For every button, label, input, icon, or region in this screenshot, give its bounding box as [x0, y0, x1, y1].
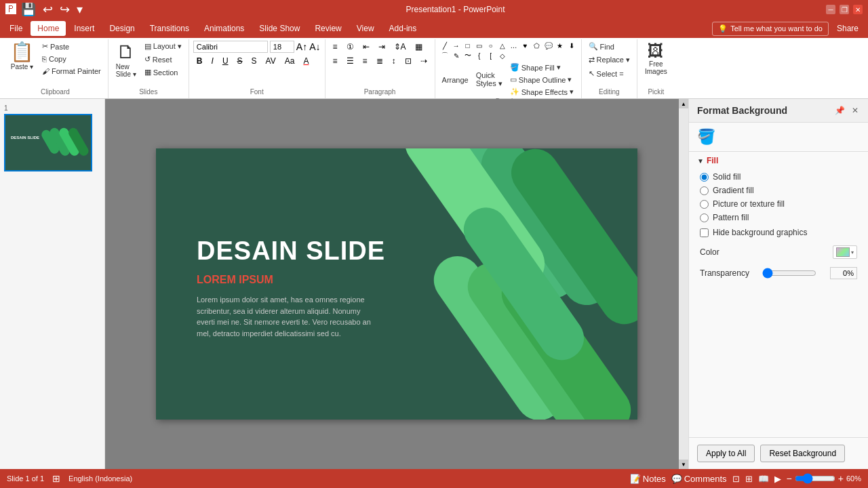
menu-file[interactable]: File	[3, 21, 29, 36]
shape-bracket[interactable]: [	[486, 51, 496, 60]
replace-button[interactable]: ⇄ Replace ▾	[586, 54, 633, 66]
shape-freeform[interactable]: ✎	[451, 51, 462, 60]
menu-design[interactable]: Design	[102, 21, 141, 36]
arrange-btn[interactable]: Arrange	[439, 75, 471, 85]
save-btn[interactable]: 💾	[19, 1, 38, 18]
canvas-area[interactable]: DESAIN SLIDE LOREM IPSUM Lorem ipsum dol…	[105, 99, 688, 469]
menu-review[interactable]: Review	[308, 21, 348, 36]
menu-animations[interactable]: Animations	[197, 21, 251, 36]
panel-pin-btn[interactable]: 📌	[833, 104, 846, 117]
paste-button[interactable]: 📋 Paste ▾	[7, 41, 37, 73]
shape-star[interactable]: ★	[555, 41, 566, 50]
reading-view-btn[interactable]: 📖	[758, 474, 769, 484]
zoom-in-btn[interactable]: +	[838, 473, 844, 484]
notes-btn[interactable]: 📝 Notes	[630, 474, 666, 484]
find-button[interactable]: 🔍 Find	[586, 41, 617, 52]
menu-addins[interactable]: Add-ins	[382, 21, 424, 36]
free-images-button[interactable]: 🖼 FreeImages	[642, 41, 671, 77]
copy-button[interactable]: ⎘ Copy	[39, 54, 104, 64]
hide-background-option[interactable]: Hide background graphics	[689, 225, 868, 240]
increase-indent-btn[interactable]: ⇥	[375, 41, 389, 53]
slide-sorter-btn[interactable]: ⊞	[745, 474, 753, 484]
accessibility-icon[interactable]: ⊞	[52, 473, 60, 484]
shape-heart[interactable]: ♥	[520, 41, 531, 50]
shape-expand[interactable]: ⬇	[566, 41, 577, 50]
reset-background-button[interactable]: Reset Background	[760, 445, 845, 462]
line-spacing-btn[interactable]: ↕	[389, 55, 399, 67]
menu-transitions[interactable]: Transitions	[143, 21, 196, 36]
shape-more[interactable]: …	[509, 41, 519, 50]
columns-btn[interactable]: ▦	[412, 41, 426, 53]
transparency-value[interactable]: 0%	[830, 267, 857, 279]
restore-btn[interactable]: ❐	[840, 5, 849, 14]
section-button[interactable]: ▦ Section	[142, 66, 184, 78]
font-size-input[interactable]: 18	[270, 41, 294, 53]
vertical-scrollbar[interactable]: ▲ ▼	[679, 99, 688, 469]
bullets-btn[interactable]: ≡	[330, 41, 341, 53]
shape-diamond[interactable]: ◇	[497, 51, 508, 60]
shape-pentagon[interactable]: ⬠	[532, 41, 542, 50]
redo-btn[interactable]: ↪	[58, 1, 72, 18]
align-left-btn[interactable]: ≡	[330, 55, 341, 67]
shape-line[interactable]: ╱	[439, 41, 450, 50]
decrease-font-btn[interactable]: A↓	[309, 41, 320, 52]
solid-fill-option[interactable]: Solid fill	[700, 172, 857, 182]
gradient-fill-option[interactable]: Gradient fill	[700, 186, 857, 195]
text-direction-btn[interactable]: ⇕A	[391, 41, 410, 53]
shape-brace[interactable]: {	[474, 51, 485, 60]
gradient-fill-radio[interactable]	[700, 186, 709, 195]
new-slide-button[interactable]: 🗋 NewSlide ▾	[113, 41, 140, 80]
underline-button[interactable]: U	[219, 55, 232, 67]
zoom-out-btn[interactable]: −	[787, 473, 792, 484]
shape-effects-btn[interactable]: ✨ Shape Effects ▾	[507, 86, 576, 98]
shape-outline-btn[interactable]: ▭ Shape Outline ▾	[507, 74, 576, 85]
slideshow-btn[interactable]: ▶	[774, 474, 781, 484]
quick-styles-btn[interactable]: QuickStyles ▾	[473, 70, 505, 89]
scroll-up-btn[interactable]: ▲	[679, 99, 688, 108]
fill-section-header[interactable]: ▼ Fill	[689, 152, 868, 169]
char-spacing-btn[interactable]: AV	[262, 55, 279, 67]
pattern-fill-option[interactable]: Pattern fill	[700, 213, 857, 222]
apply-to-all-button[interactable]: Apply to All	[697, 445, 755, 462]
font-color-btn[interactable]: A	[300, 55, 312, 67]
minimize-btn[interactable]: ─	[826, 5, 835, 14]
shape-callout[interactable]: 💬	[543, 41, 554, 50]
convert-smartart-btn[interactable]: ⇢	[417, 55, 431, 67]
shape-oval[interactable]: ○	[486, 41, 496, 50]
format-painter-button[interactable]: 🖌 Format Painter	[39, 66, 104, 77]
slide-thumbnail[interactable]: DESAIN SLIDE	[4, 114, 92, 171]
hide-background-checkbox[interactable]	[700, 228, 709, 237]
comments-btn[interactable]: 💬 Comments	[671, 474, 727, 484]
decrease-indent-btn[interactable]: ⇤	[359, 41, 373, 53]
fill-bucket-icon[interactable]: 🪣	[697, 128, 715, 145]
menu-home[interactable]: Home	[31, 21, 66, 36]
panel-close-btn[interactable]: ✕	[850, 104, 860, 117]
bold-button[interactable]: B	[193, 55, 206, 67]
scroll-down-btn[interactable]: ▼	[679, 460, 688, 469]
shape-squiggle[interactable]: 〜	[462, 51, 473, 60]
color-picker-button[interactable]: ▾	[833, 245, 857, 259]
align-center-btn[interactable]: ☰	[343, 55, 357, 67]
transparency-slider[interactable]	[762, 268, 816, 279]
align-text-btn[interactable]: ⊡	[401, 55, 415, 67]
share-button[interactable]: Share	[830, 22, 865, 35]
numbering-btn[interactable]: ①	[343, 41, 357, 53]
menu-view[interactable]: View	[350, 21, 381, 36]
select-button[interactable]: ↖ Select =	[586, 68, 627, 79]
shape-curve[interactable]: ⌒	[439, 51, 450, 60]
language-label[interactable]: English (Indonesia)	[68, 474, 132, 483]
strikethrough-button[interactable]: S	[234, 55, 246, 67]
increase-font-btn[interactable]: A↑	[296, 41, 307, 52]
customize-btn[interactable]: ▾	[75, 1, 85, 18]
menu-slideshow[interactable]: Slide Show	[252, 21, 307, 36]
cut-button[interactable]: ✂ Paste	[39, 41, 104, 52]
pattern-fill-radio[interactable]	[700, 214, 709, 222]
zoom-slider[interactable]	[795, 473, 835, 484]
menu-insert[interactable]: Insert	[67, 21, 101, 36]
font-name-input[interactable]: Calibri	[193, 41, 268, 53]
shape-tri[interactable]: △	[497, 41, 508, 50]
reset-button[interactable]: ↺ Reset	[142, 54, 184, 65]
shape-fill-btn[interactable]: 🪣 Shape Fill ▾	[507, 62, 576, 73]
italic-button[interactable]: I	[208, 55, 217, 67]
normal-view-btn[interactable]: ⊡	[732, 474, 740, 484]
